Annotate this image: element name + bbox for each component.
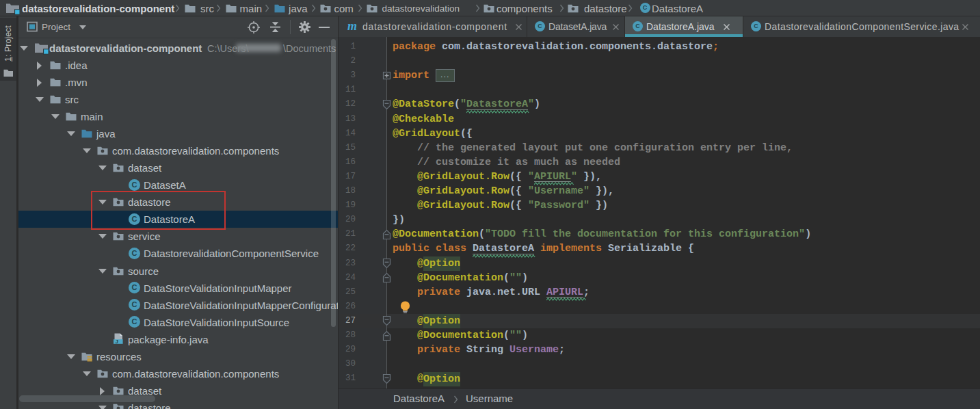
svg-text:J: J xyxy=(116,339,118,345)
